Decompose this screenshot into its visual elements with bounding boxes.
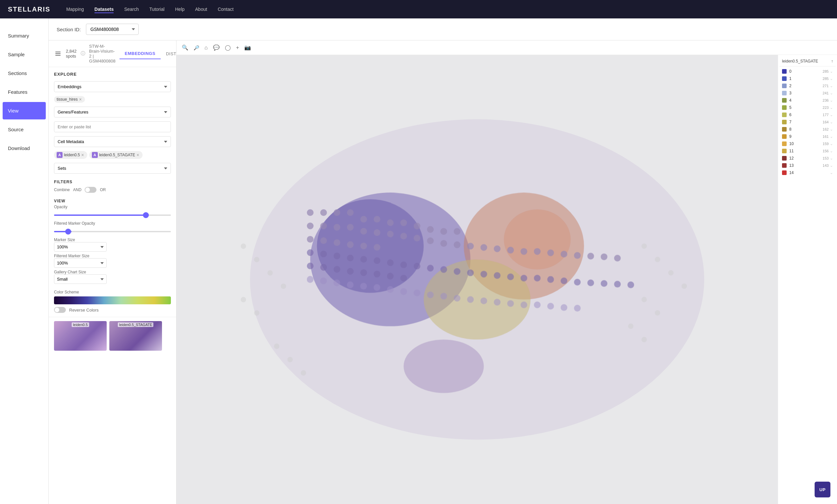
sidebar-item-view[interactable]: View xyxy=(3,102,46,119)
legend-item-9[interactable]: 9 161 ⌄ xyxy=(779,133,836,140)
legend-chevron-0[interactable]: ⌄ xyxy=(830,69,833,74)
legend-item-1[interactable]: 1 285 ⌄ xyxy=(779,75,836,82)
legend-item-5[interactable]: 5 223 ⌄ xyxy=(779,104,836,111)
size-controls: Marker Size 100% Filtered Marker Size 10… xyxy=(54,238,171,284)
sidebar-item-summary[interactable]: Summary xyxy=(3,27,46,44)
nav-tutorial[interactable]: Tutorial xyxy=(149,5,165,13)
up-button[interactable]: UP xyxy=(815,482,831,498)
legend-color-1 xyxy=(782,76,787,81)
legend-item-6[interactable]: 6 177 ⌄ xyxy=(779,111,836,118)
svg-point-56 xyxy=(387,260,393,266)
nav-datasets[interactable]: Datasets xyxy=(94,5,113,13)
leiden-remove[interactable]: × xyxy=(81,153,84,157)
toggle-knob xyxy=(85,188,90,192)
nav-contact[interactable]: Contact xyxy=(218,5,233,13)
legend-count-2: 271 xyxy=(822,84,829,88)
legend-chevron-9[interactable]: ⌄ xyxy=(829,134,833,139)
sidebar-item-source[interactable]: Source xyxy=(3,121,46,138)
svg-point-35 xyxy=(507,247,514,253)
sidebar-item-features[interactable]: Features xyxy=(3,83,46,101)
legend-chevron-3[interactable]: ⌄ xyxy=(829,91,833,95)
nav-help[interactable]: Help xyxy=(175,5,185,13)
legend-chevron-14[interactable]: ⌄ xyxy=(830,170,833,175)
cell-metadata-select[interactable]: Cell Metadata xyxy=(54,136,171,147)
tissue-hires-label: tissue_hires xyxy=(57,97,78,102)
legend-item-7[interactable]: 7 164 ⌄ xyxy=(779,118,836,126)
viz-canvas[interactable] xyxy=(177,55,778,504)
nav-search[interactable]: Search xyxy=(124,5,139,13)
plus-icon[interactable]: + xyxy=(235,43,241,52)
legend-chevron-4[interactable]: ⌄ xyxy=(829,98,833,102)
color-scheme-label: Color Scheme xyxy=(54,290,171,295)
sidebar-item-sample[interactable]: Sample xyxy=(3,46,46,63)
legend-chevron-13[interactable]: ⌄ xyxy=(829,163,833,168)
legend-item-0[interactable]: 0 285 ⌄ xyxy=(779,68,836,75)
thumbnail-strip: leiden0.5 leiden0.5_STAGATE xyxy=(49,317,176,355)
genes-select[interactable]: Genes/Features xyxy=(54,107,171,117)
filtered-opacity-slider-container xyxy=(54,228,171,234)
reverse-colors-row: Reverse Colors xyxy=(54,307,171,313)
nav-mapping[interactable]: Mapping xyxy=(66,5,84,13)
svg-point-71 xyxy=(587,280,594,286)
camera-icon[interactable]: 📷 xyxy=(243,43,252,52)
legend-item-13[interactable]: 13 143 ⌄ xyxy=(779,162,836,169)
filtered-marker-size-select[interactable]: 100% xyxy=(54,258,107,268)
tissue-hires-remove[interactable]: × xyxy=(79,97,82,102)
sidebar-item-sections[interactable]: Sections xyxy=(3,64,46,82)
tab-distributions[interactable]: DISTRIBUTIONS xyxy=(161,49,177,59)
legend-chevron-12[interactable]: ⌄ xyxy=(829,156,833,161)
legend-item-11[interactable]: 11 156 ⌄ xyxy=(779,147,836,155)
embedding-select[interactable]: Embeddings xyxy=(54,81,171,92)
svg-point-99 xyxy=(520,301,527,308)
thumbnail-leiden-stagate[interactable]: leiden0.5_STAGATE xyxy=(109,321,162,351)
reverse-colors-toggle[interactable] xyxy=(54,307,66,313)
brain-viz-svg xyxy=(177,55,778,504)
legend-item-12[interactable]: 12 153 ⌄ xyxy=(779,155,836,162)
sets-select[interactable]: Sets xyxy=(54,163,171,174)
legend-chevron-1[interactable]: ⌄ xyxy=(829,76,833,81)
legend-chevron-11[interactable]: ⌄ xyxy=(829,149,833,153)
app-logo: STELLARIS xyxy=(8,5,50,13)
legend-chevron-8[interactable]: ⌄ xyxy=(829,127,833,132)
combine-toggle[interactable] xyxy=(85,187,96,193)
legend-chevron-2[interactable]: ⌄ xyxy=(829,83,833,88)
zoom-in-icon[interactable]: 🔍 xyxy=(180,43,190,52)
legend-count-13: 143 xyxy=(822,164,829,167)
home-icon[interactable]: ⌂ xyxy=(203,43,209,52)
select-icon[interactable]: ◯ xyxy=(224,43,232,52)
tab-embeddings[interactable]: EMBEDDINGS xyxy=(120,48,161,59)
legend-item-10[interactable]: 10 159 ⌄ xyxy=(779,140,836,147)
legend-chevron-6[interactable]: ⌄ xyxy=(829,113,833,117)
legend-chevron-5[interactable]: ⌄ xyxy=(829,105,833,110)
genes-paste-input[interactable] xyxy=(54,122,171,132)
legend-item-2[interactable]: 2 271 ⌄ xyxy=(779,82,836,90)
svg-point-82 xyxy=(400,275,407,281)
legend-item-8[interactable]: 8 162 ⌄ xyxy=(779,126,836,133)
chat-icon[interactable]: 💬 xyxy=(212,43,221,52)
opacity-slider[interactable] xyxy=(54,214,171,216)
nav-about[interactable]: About xyxy=(195,5,208,13)
leiden-stagate-remove[interactable]: × xyxy=(137,153,139,157)
sidebar-item-download[interactable]: Download xyxy=(3,139,46,157)
gallery-chart-size-select[interactable]: Small xyxy=(54,274,107,284)
filters-title: FILTERS xyxy=(54,180,171,184)
legend-item-3[interactable]: 3 241 ⌄ xyxy=(779,90,836,97)
legend-chevron-7[interactable]: ⌄ xyxy=(829,120,833,124)
svg-point-18 xyxy=(440,228,447,235)
legend-chevron-10[interactable]: ⌄ xyxy=(829,142,833,146)
legend-color-12 xyxy=(782,156,787,161)
svg-point-114 xyxy=(641,297,647,302)
section-id-select[interactable]: GSM4800808 xyxy=(86,24,139,35)
zoom-out-icon[interactable]: 🔎 xyxy=(192,44,200,52)
thumbnail-leiden[interactable]: leiden0.5 xyxy=(54,321,107,351)
legend-item-14[interactable]: 14 ⌄ xyxy=(779,169,836,176)
hamburger-icon[interactable] xyxy=(54,50,62,57)
svg-point-28 xyxy=(413,235,420,241)
filtered-opacity-slider[interactable] xyxy=(54,231,171,232)
svg-point-25 xyxy=(374,229,380,236)
legend-sort-icon[interactable]: ↑ xyxy=(831,59,833,63)
legend-color-10 xyxy=(782,142,787,146)
leiden-tag-label: leiden0.5 xyxy=(64,153,80,157)
legend-item-4[interactable]: 4 236 ⌄ xyxy=(779,97,836,104)
marker-size-select[interactable]: 100% xyxy=(54,242,107,252)
